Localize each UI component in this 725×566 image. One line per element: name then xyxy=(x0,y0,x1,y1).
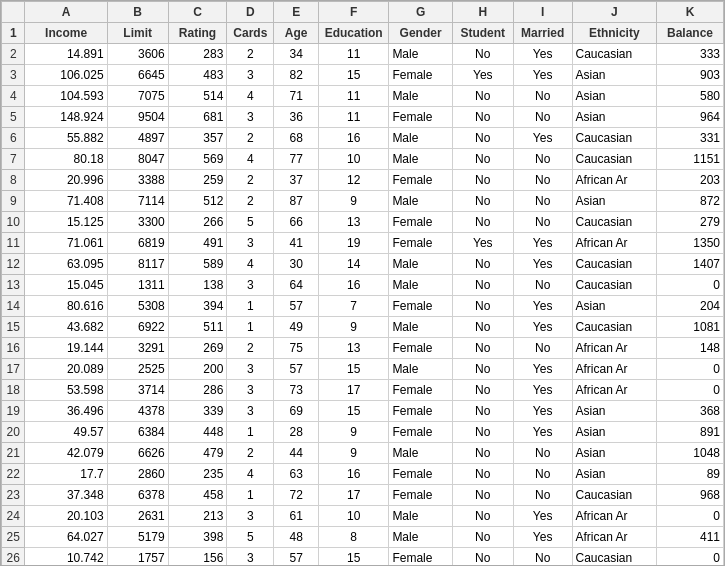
table-row[interactable]: 1853.598371428637317FemaleNoYesAfrican A… xyxy=(2,380,724,401)
cell[interactable]: 1151 xyxy=(657,149,724,170)
cell[interactable]: 57 xyxy=(274,296,319,317)
cell[interactable]: African Ar xyxy=(572,338,657,359)
row-number[interactable]: 25 xyxy=(2,527,25,548)
cell[interactable]: 138 xyxy=(168,275,227,296)
cell[interactable]: Yes xyxy=(513,128,572,149)
cell[interactable]: 49 xyxy=(274,317,319,338)
cell[interactable]: 458 xyxy=(168,485,227,506)
cell[interactable]: 15.045 xyxy=(25,275,107,296)
cell[interactable]: 12 xyxy=(318,170,388,191)
cell[interactable]: Female xyxy=(389,107,452,128)
row-number[interactable]: 5 xyxy=(2,107,25,128)
cell[interactable]: 36.496 xyxy=(25,401,107,422)
cell[interactable]: 71 xyxy=(274,86,319,107)
cell[interactable]: Caucasian xyxy=(572,275,657,296)
cell[interactable]: Female xyxy=(389,464,452,485)
cell[interactable]: 87 xyxy=(274,191,319,212)
cell[interactable]: No xyxy=(513,149,572,170)
table-row[interactable]: 1543.68269225111499MaleNoYesCaucasian108… xyxy=(2,317,724,338)
cell[interactable]: No xyxy=(452,422,513,443)
cell[interactable]: 411 xyxy=(657,527,724,548)
col-header-c[interactable]: C xyxy=(168,2,227,23)
cell[interactable]: 43.682 xyxy=(25,317,107,338)
cell[interactable]: 3291 xyxy=(107,338,168,359)
cell[interactable]: 4 xyxy=(227,254,274,275)
cell[interactable]: 4 xyxy=(227,464,274,485)
cell[interactable]: 4 xyxy=(227,86,274,107)
cell[interactable]: 3 xyxy=(227,506,274,527)
cell[interactable]: 4 xyxy=(227,149,274,170)
table-row[interactable]: 2420.103263121336110MaleNoYesAfrican Ar0 xyxy=(2,506,724,527)
row-number[interactable]: 2 xyxy=(2,44,25,65)
cell[interactable]: 11 xyxy=(318,86,388,107)
cell[interactable]: 42.079 xyxy=(25,443,107,464)
col-header-k[interactable]: K xyxy=(657,2,724,23)
cell[interactable]: Female xyxy=(389,401,452,422)
cell[interactable]: No xyxy=(452,275,513,296)
cell[interactable]: 5 xyxy=(227,212,274,233)
cell[interactable]: 148 xyxy=(657,338,724,359)
cell[interactable]: 16 xyxy=(318,128,388,149)
row-number[interactable]: 4 xyxy=(2,86,25,107)
cell[interactable]: 6819 xyxy=(107,233,168,254)
cell[interactable]: 13 xyxy=(318,338,388,359)
cell[interactable]: No xyxy=(513,170,572,191)
cell[interactable]: Female xyxy=(389,212,452,233)
cell[interactable]: 5179 xyxy=(107,527,168,548)
cell[interactable]: No xyxy=(452,149,513,170)
row-number[interactable]: 7 xyxy=(2,149,25,170)
cell[interactable]: 1350 xyxy=(657,233,724,254)
cell[interactable]: 235 xyxy=(168,464,227,485)
cell[interactable]: Yes xyxy=(513,506,572,527)
cell[interactable]: No xyxy=(513,275,572,296)
cell[interactable]: 283 xyxy=(168,44,227,65)
table-row[interactable]: 1936.496437833936915FemaleNoYesAsian368 xyxy=(2,401,724,422)
cell[interactable]: 3 xyxy=(227,65,274,86)
cell[interactable]: 331 xyxy=(657,128,724,149)
table-row[interactable]: 1263.095811758943014MaleNoYesCaucasian14… xyxy=(2,254,724,275)
cell[interactable]: Female xyxy=(389,422,452,443)
cell[interactable]: No xyxy=(513,191,572,212)
cell[interactable]: 200 xyxy=(168,359,227,380)
cell[interactable]: 269 xyxy=(168,338,227,359)
cell[interactable]: No xyxy=(513,86,572,107)
row-number[interactable]: 15 xyxy=(2,317,25,338)
cell[interactable]: Yes xyxy=(513,296,572,317)
cell[interactable]: Asian xyxy=(572,86,657,107)
header-income[interactable]: Income xyxy=(25,23,107,44)
cell[interactable]: 968 xyxy=(657,485,724,506)
row-number[interactable]: 24 xyxy=(2,506,25,527)
row-number[interactable]: 6 xyxy=(2,128,25,149)
cell[interactable]: 20.089 xyxy=(25,359,107,380)
cell[interactable]: No xyxy=(452,254,513,275)
cell[interactable]: Female xyxy=(389,548,452,567)
table-row[interactable]: 780.18804756947710MaleNoNoCaucasian1151 xyxy=(2,149,724,170)
cell[interactable]: 681 xyxy=(168,107,227,128)
row-number[interactable]: 9 xyxy=(2,191,25,212)
cell[interactable]: 213 xyxy=(168,506,227,527)
cell[interactable]: Female xyxy=(389,233,452,254)
cell[interactable]: No xyxy=(452,296,513,317)
row-number[interactable]: 19 xyxy=(2,401,25,422)
col-header-e[interactable]: E xyxy=(274,2,319,23)
cell[interactable]: 82 xyxy=(274,65,319,86)
cell[interactable]: 9 xyxy=(318,443,388,464)
header-married[interactable]: Married xyxy=(513,23,572,44)
cell[interactable]: 28 xyxy=(274,422,319,443)
cell[interactable]: 75 xyxy=(274,338,319,359)
cell[interactable]: 903 xyxy=(657,65,724,86)
header-age[interactable]: Age xyxy=(274,23,319,44)
cell[interactable]: 63.095 xyxy=(25,254,107,275)
cell[interactable]: 3388 xyxy=(107,170,168,191)
cell[interactable]: 9 xyxy=(318,191,388,212)
cell[interactable]: 512 xyxy=(168,191,227,212)
table-row[interactable]: 655.882489735726816MaleNoYesCaucasian331 xyxy=(2,128,724,149)
cell[interactable]: 37.348 xyxy=(25,485,107,506)
cell[interactable]: 8 xyxy=(318,527,388,548)
cell[interactable]: 3300 xyxy=(107,212,168,233)
cell[interactable]: No xyxy=(513,212,572,233)
row-number[interactable]: 12 xyxy=(2,254,25,275)
row-number[interactable]: 20 xyxy=(2,422,25,443)
cell[interactable]: 69 xyxy=(274,401,319,422)
row-number[interactable]: 21 xyxy=(2,443,25,464)
